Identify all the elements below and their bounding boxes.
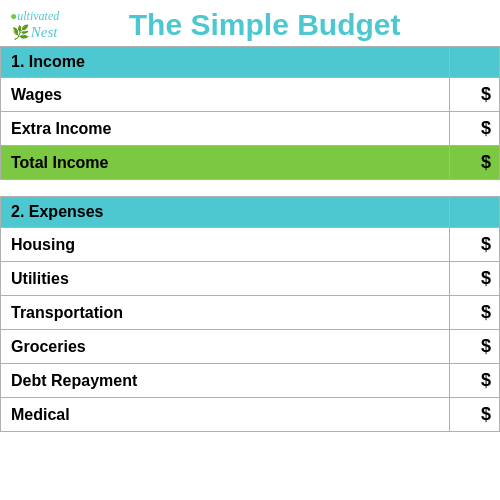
- utilities-value[interactable]: $: [450, 262, 500, 296]
- table-row: Wages $: [1, 78, 500, 112]
- total-income-row: Total Income $: [1, 146, 500, 180]
- table-row: Debt Repayment $: [1, 364, 500, 398]
- table-row: Transportation $: [1, 296, 500, 330]
- transportation-label: Transportation: [1, 296, 450, 330]
- expenses-header-label: 2. Expenses: [1, 197, 450, 228]
- utilities-label: Utilities: [1, 262, 450, 296]
- section-gap: [0, 180, 500, 196]
- logo-nest-text: Nest: [31, 24, 58, 41]
- logo-cultivated: ●ultivated: [10, 9, 59, 23]
- income-table: 1. Income Wages $ Extra Income $ Total I…: [0, 46, 500, 180]
- medical-value[interactable]: $: [450, 398, 500, 432]
- logo: ●ultivated 🌿 Nest: [10, 9, 59, 40]
- housing-label: Housing: [1, 228, 450, 262]
- medical-label: Medical: [1, 398, 450, 432]
- expenses-section: 2. Expenses Housing $ Utilities $ Transp…: [0, 196, 500, 432]
- table-row: Utilities $: [1, 262, 500, 296]
- transportation-value[interactable]: $: [450, 296, 500, 330]
- debt-repayment-value[interactable]: $: [450, 364, 500, 398]
- income-header-dollar: [450, 47, 500, 78]
- extra-income-label: Extra Income: [1, 112, 450, 146]
- housing-value[interactable]: $: [450, 228, 500, 262]
- page-title: The Simple Budget: [69, 8, 490, 42]
- logo-leaf-icon: 🌿: [12, 24, 29, 40]
- expenses-header-row: 2. Expenses: [1, 197, 500, 228]
- table-row: Groceries $: [1, 330, 500, 364]
- header: ●ultivated 🌿 Nest The Simple Budget: [0, 0, 500, 46]
- total-income-label: Total Income: [1, 146, 450, 180]
- wages-label: Wages: [1, 78, 450, 112]
- expenses-header-dollar: [450, 197, 500, 228]
- page-container: ●ultivated 🌿 Nest The Simple Budget 1. I…: [0, 0, 500, 432]
- expenses-table: 2. Expenses Housing $ Utilities $ Transp…: [0, 196, 500, 432]
- wages-value[interactable]: $: [450, 78, 500, 112]
- table-row: Medical $: [1, 398, 500, 432]
- groceries-value[interactable]: $: [450, 330, 500, 364]
- income-header-row: 1. Income: [1, 47, 500, 78]
- total-income-value[interactable]: $: [450, 146, 500, 180]
- income-header-label: 1. Income: [1, 47, 450, 78]
- table-row: Housing $: [1, 228, 500, 262]
- logo-nest-row: 🌿 Nest: [12, 24, 58, 41]
- income-section: 1. Income Wages $ Extra Income $ Total I…: [0, 46, 500, 180]
- groceries-label: Groceries: [1, 330, 450, 364]
- debt-repayment-label: Debt Repayment: [1, 364, 450, 398]
- table-row: Extra Income $: [1, 112, 500, 146]
- extra-income-value[interactable]: $: [450, 112, 500, 146]
